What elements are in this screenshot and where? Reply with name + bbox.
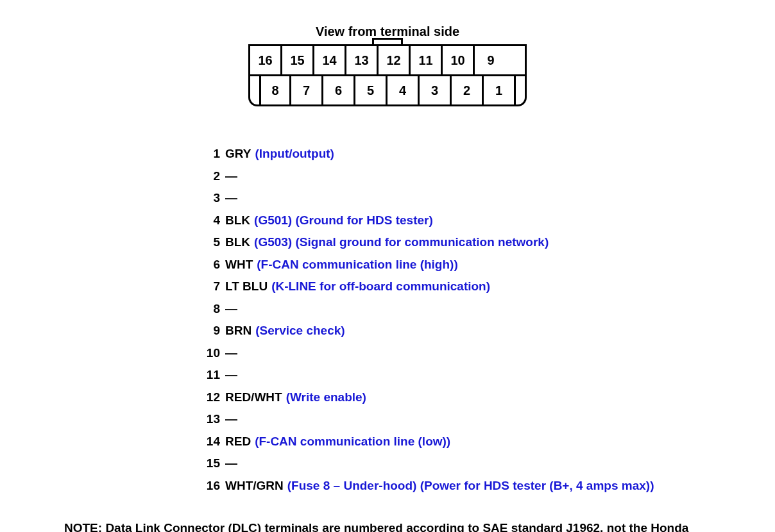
pin-cell: 13	[346, 46, 379, 74]
pin-wire-color: GRY	[225, 145, 251, 163]
pin-row: 13—	[201, 410, 724, 429]
pin-number: 9	[201, 322, 220, 340]
pin-wire-color: LT BLU	[225, 278, 268, 296]
pin-wire-color: RED	[225, 433, 251, 451]
pin-number: 14	[201, 433, 220, 451]
pin-cell: 7	[291, 76, 323, 104]
pin-description: (Write enable)	[286, 388, 366, 407]
pin-number: 16	[201, 477, 220, 495]
pin-wire-color: BRN	[225, 322, 251, 340]
diagram-title: View from terminal side	[0, 24, 775, 39]
pin-number: 12	[201, 388, 220, 407]
pin-row: 2—	[201, 167, 724, 186]
pin-cell: 1	[484, 76, 516, 104]
pin-number: 5	[201, 233, 220, 252]
pin-description: (F-CAN communication line (high))	[257, 256, 457, 274]
pin-row: 11—	[201, 366, 724, 385]
pin-number: 1	[201, 145, 220, 163]
pin-description: (G503) (Signal ground for communication …	[254, 233, 549, 252]
pin-description: (G501) (Ground for HDS tester)	[254, 212, 433, 230]
connector-bottom-row: 8 7 6 5 4 3 2 1	[250, 76, 525, 104]
pin-empty-dash: —	[225, 454, 237, 473]
connector-tab	[372, 38, 403, 44]
pin-wire-color: RED/WHT	[225, 388, 282, 407]
pin-number: 4	[201, 212, 220, 230]
pin-empty-dash: —	[225, 366, 237, 385]
pin-cell: 4	[388, 76, 420, 104]
connector-top-row: 16 15 14 13 12 11 10 9	[250, 46, 525, 76]
pin-cell: 6	[323, 76, 355, 104]
pin-empty-dash: —	[225, 167, 237, 186]
pin-row: 3—	[201, 189, 724, 208]
pin-cell: 15	[282, 46, 314, 74]
pin-row: 1GRY(Input/output)	[201, 145, 724, 163]
connector-diagram: 16 15 14 13 12 11 10 9 8 7 6 5 4 3 2 1	[0, 44, 775, 106]
pin-cell: 11	[411, 46, 443, 74]
pin-number: 10	[201, 344, 220, 363]
pin-row: 4BLK(G501) (Ground for HDS tester)	[201, 212, 724, 230]
pin-description: (K-LINE for off-board communication)	[271, 278, 490, 296]
pin-cell: 16	[250, 46, 282, 74]
pin-number: 8	[201, 300, 220, 319]
pin-row: 6WHT(F-CAN communication line (high))	[201, 256, 724, 274]
pin-row: 8—	[201, 300, 724, 319]
pin-cell: 12	[379, 46, 411, 74]
pin-number: 13	[201, 410, 220, 429]
pin-empty-dash: —	[225, 344, 237, 363]
note-label: NOTE:	[64, 521, 102, 532]
pin-empty-dash: —	[225, 410, 237, 429]
pin-row: 15—	[201, 454, 724, 473]
pin-row: 5BLK(G503) (Signal ground for communicat…	[201, 233, 724, 252]
pin-cell: 5	[355, 76, 388, 104]
pin-wire-color: BLK	[225, 212, 250, 230]
pin-cell: 10	[443, 46, 475, 74]
pin-wire-color: WHT/GRN	[225, 477, 284, 495]
pin-row: 14RED(F-CAN communication line (low))	[201, 433, 724, 451]
pin-description: (Service check)	[255, 322, 345, 340]
pin-cell: 8	[259, 76, 291, 104]
pin-number: 6	[201, 256, 220, 274]
pin-empty-dash: —	[225, 300, 237, 319]
pin-description: (Input/output)	[255, 145, 334, 163]
pin-row: 12RED/WHT(Write enable)	[201, 388, 724, 407]
pin-number: 7	[201, 278, 220, 296]
pin-number: 2	[201, 167, 220, 186]
pin-row: 7LT BLU(K-LINE for off-board communicati…	[201, 278, 724, 296]
pin-cell: 9	[475, 46, 507, 74]
pin-number: 11	[201, 366, 220, 385]
pin-empty-dash: —	[225, 189, 237, 208]
pin-definitions: 1GRY(Input/output)2—3—4BLK(G501) (Ground…	[201, 145, 724, 495]
pin-description: (Fuse 8 – Under-hood) (Power for HDS tes…	[287, 477, 654, 495]
pin-cell: 3	[420, 76, 452, 104]
pin-row: 10—	[201, 344, 724, 363]
pin-number: 15	[201, 454, 220, 473]
pin-row: 16WHT/GRN(Fuse 8 – Under-hood) (Power fo…	[201, 477, 724, 495]
pin-wire-color: BLK	[225, 233, 250, 252]
pin-wire-color: WHT	[225, 256, 253, 274]
pin-cell: 2	[452, 76, 484, 104]
note-text-1: Data Link Connector (DLC) terminals are …	[105, 521, 688, 532]
note-block: NOTE: Data Link Connector (DLC) terminal…	[64, 520, 737, 532]
pin-cell: 14	[314, 46, 346, 74]
pin-description: (F-CAN communication line (low))	[255, 433, 450, 451]
pin-row: 9BRN(Service check)	[201, 322, 724, 340]
pin-number: 3	[201, 189, 220, 208]
